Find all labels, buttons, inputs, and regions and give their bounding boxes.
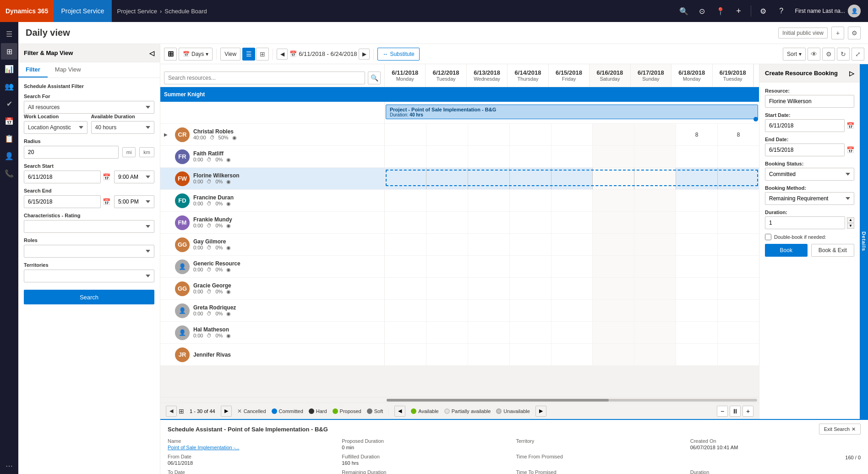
toolbar-right: Sort ▾ 👁 ⚙ ↻ ⤢ <box>783 48 864 61</box>
search-end-date[interactable] <box>24 195 101 208</box>
sidebar-reports-icon[interactable]: 📋 <box>1 130 17 147</box>
resource-cell-faith[interactable]: FR Faith Ratliff 0:00 ⏱ 0% ◉ <box>160 146 385 167</box>
help-icon[interactable]: ? <box>773 3 790 19</box>
zoom-in-btn[interactable]: + <box>742 406 753 417</box>
brand-logo[interactable]: Dynamics 365 <box>0 0 54 22</box>
page-prev-arrow[interactable]: ◀ <box>166 406 177 417</box>
book-btn[interactable]: Book <box>765 244 808 257</box>
horizontal-scrollbar[interactable] <box>160 397 759 402</box>
search-start-time[interactable]: 9:00 AM <box>114 171 154 183</box>
grid-view-icon[interactable]: ⊞ <box>256 48 269 61</box>
book-exit-btn[interactable]: Book & Exit <box>811 244 855 257</box>
sidebar-chart-icon[interactable]: 📊 <box>1 61 17 77</box>
end-date-cal-icon[interactable]: 📅 <box>846 146 854 154</box>
work-location-select[interactable]: Location Agnostic <box>24 121 87 134</box>
list-view-icon[interactable]: ☰ <box>242 48 255 61</box>
filter-tab-map[interactable]: Map View <box>48 62 88 77</box>
available-duration-select[interactable]: 40 hours <box>91 121 155 134</box>
scrollbar-track[interactable] <box>387 399 757 402</box>
fullscreen-icon[interactable]: ⤢ <box>852 48 864 61</box>
double-book-checkbox[interactable] <box>765 234 771 240</box>
search-start-calendar-icon[interactable]: 📅 <box>103 173 110 181</box>
search-button[interactable]: Search <box>24 290 154 304</box>
sidebar-tasks-icon[interactable]: ✔ <box>1 95 17 112</box>
start-date-input[interactable] <box>765 119 845 132</box>
filter-tab-filter[interactable]: Filter <box>18 62 48 77</box>
sa-name-value[interactable]: Point of Sale Implementation -... <box>168 445 338 450</box>
sidebar-contacts-icon[interactable]: 👥 <box>1 78 17 94</box>
resource-cell-greta[interactable]: 👤 Greta Rodriquez 0:00 ⏱ 0% ◉ <box>160 300 385 321</box>
module-name[interactable]: Project Service <box>54 0 111 22</box>
legend-left-arrow[interactable]: ◀ <box>394 406 405 417</box>
project-booking-bar[interactable]: Project - Point of Sale Implementation -… <box>386 105 758 119</box>
resource-cell-generic[interactable]: 👤 Generic Resource 0:00 ⏱ 0% ◉ <box>160 256 385 277</box>
sidebar-calendar-icon[interactable]: 📅 <box>1 113 17 129</box>
search-icon[interactable]: 🔍 <box>676 3 692 19</box>
expand-board-btn[interactable]: ⊞ <box>164 48 177 61</box>
resource-cell-gay[interactable]: GG Gay Gilmore 0:00 ⏱ 0% ◉ <box>160 234 385 255</box>
substitute-btn[interactable]: ↔ Substitute <box>377 48 419 61</box>
resource-cell-hal[interactable]: 👤 Hal Matheson 0:00 ⏱ 0% ◉ <box>160 322 385 343</box>
sidebar-person-icon[interactable]: 👤 <box>1 148 17 164</box>
sidebar-phone-icon[interactable]: 📞 <box>1 165 17 182</box>
user-profile[interactable]: First name Last na... 👤 <box>792 5 864 17</box>
resource-cell-christal[interactable]: ▶ CR Christal Robles 40:00 ⏱ 50% ◉ <box>160 124 385 145</box>
sa-exit-btn[interactable]: Exit Search ✕ <box>819 424 861 435</box>
booking-status-select[interactable]: Committed <box>765 168 854 181</box>
resource-cell-frankie[interactable]: FM Frankie Mundy 0:00 ⏱ 0% ◉ <box>160 212 385 233</box>
booking-method-select[interactable]: Remaining Requirement <box>765 192 854 205</box>
scrollbar-thumb[interactable] <box>387 399 609 402</box>
refresh-icon[interactable]: ↻ <box>837 48 850 61</box>
resource-search-input[interactable] <box>164 72 365 84</box>
booking-panel-expand-icon[interactable]: ▷ <box>849 70 854 77</box>
pause-btn[interactable]: ⏸ <box>730 406 741 417</box>
add-icon[interactable]: + <box>731 3 747 19</box>
roles-select[interactable] <box>24 245 154 258</box>
radius-input[interactable] <box>24 146 119 159</box>
eye-icon[interactable]: 👁 <box>808 48 820 61</box>
characteristics-select[interactable] <box>24 220 154 233</box>
zoom-out-btn[interactable]: − <box>717 406 728 417</box>
end-date-input[interactable] <box>765 143 845 156</box>
page-next-arrow[interactable]: ▶ <box>221 406 232 417</box>
radius-km-btn[interactable]: km <box>139 147 154 157</box>
filter-collapse-icon[interactable]: ◁ <box>149 50 154 57</box>
booking-drag-handle[interactable] <box>753 117 758 121</box>
resource-cell-jennifer[interactable]: JR Jennifer Rivas <box>160 344 385 365</box>
search-end-calendar-icon[interactable]: 📅 <box>103 198 110 205</box>
date-next-btn[interactable]: ▶ <box>359 49 370 60</box>
view-btn[interactable]: View <box>220 48 240 61</box>
project-bar-resource-cell <box>160 102 385 123</box>
resource-input[interactable] <box>765 95 854 108</box>
sidebar-more-icon[interactable]: ⋯ <box>1 457 17 474</box>
days-btn[interactable]: 📅 Days ▾ <box>179 48 213 61</box>
settings-icon[interactable]: ⚙ <box>755 3 771 19</box>
resource-cell-francine[interactable]: FD Francine Duran 0:00 ⏱ 0% ◉ <box>160 190 385 211</box>
cancel-icon: ✕ <box>237 408 242 414</box>
roles-label: Roles <box>24 237 154 243</box>
sidebar-home-icon[interactable]: ⊞ <box>1 43 17 60</box>
radius-mi-btn[interactable]: mi <box>122 147 136 157</box>
date-prev-btn[interactable]: ◀ <box>277 49 288 60</box>
resource-cell-gracie[interactable]: GG Gracie George 0:00 ⏱ 0% ◉ <box>160 278 385 299</box>
duration-input[interactable] <box>765 216 845 229</box>
resource-cell-florine[interactable]: FW Florine Wilkerson 0:00 ⏱ 0% ◉ <box>160 168 385 189</box>
target-icon[interactable]: ⊙ <box>694 3 710 19</box>
duration-up-btn[interactable]: ▲ <box>847 217 854 223</box>
settings-btn[interactable]: ⚙ <box>848 27 861 39</box>
legend-right-arrow[interactable]: ▶ <box>535 406 546 417</box>
resource-search-btn[interactable]: 🔍 <box>368 72 381 84</box>
search-end-time[interactable]: 5:00 PM <box>114 195 154 208</box>
grid-florine <box>385 168 759 189</box>
territories-select[interactable] <box>24 270 154 282</box>
sidebar-menu-icon[interactable]: ☰ <box>1 26 17 42</box>
search-start-date[interactable] <box>24 171 101 183</box>
location-icon[interactable]: 📍 <box>712 3 729 19</box>
search-for-select[interactable]: All resources <box>24 101 154 114</box>
add-view-btn[interactable]: + <box>831 27 844 39</box>
start-date-cal-icon[interactable]: 📅 <box>846 122 854 129</box>
settings-board-icon[interactable]: ⚙ <box>822 48 835 61</box>
duration-down-btn[interactable]: ▼ <box>847 223 854 229</box>
sort-btn[interactable]: Sort ▾ <box>783 48 806 61</box>
details-tab[interactable]: Details <box>860 64 868 419</box>
